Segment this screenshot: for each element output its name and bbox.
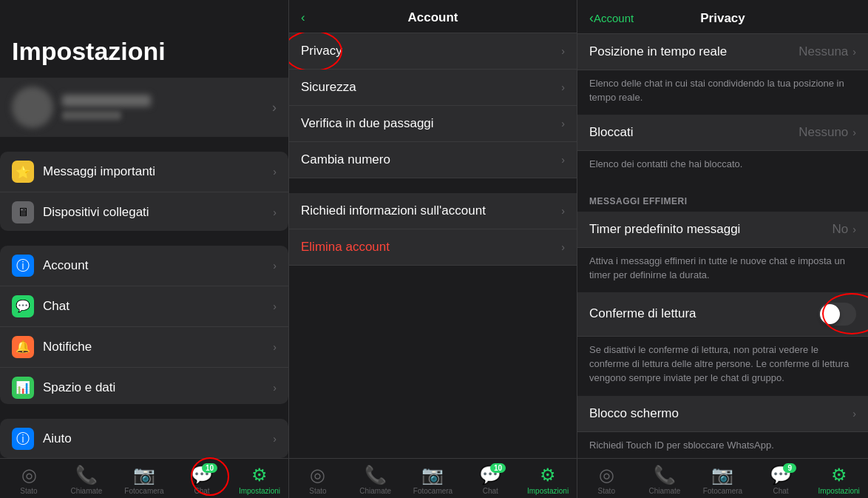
menu-item-aiuto[interactable]: ⓘ Aiuto › bbox=[0, 419, 288, 458]
nav3-impostazioni-label: Impostazioni bbox=[818, 487, 860, 495]
nav-stato[interactable]: ◎ Stato bbox=[0, 465, 58, 495]
nav-chat-label: Chat bbox=[194, 487, 209, 495]
nav2-chat-label: Chat bbox=[483, 487, 498, 495]
p2-label-elimina: Elimina account bbox=[301, 240, 561, 255]
menu-item-spazio[interactable]: 📊 Spazio e dati › bbox=[0, 368, 288, 404]
profile-name bbox=[62, 95, 151, 107]
chevron-icon: › bbox=[273, 260, 277, 272]
chevron-icon: › bbox=[273, 341, 277, 353]
stato3-icon: ◎ bbox=[599, 465, 614, 485]
p3-blocco-desc-text: Richiedi Touch ID per sbloccare WhatsApp… bbox=[589, 440, 774, 451]
profile-row[interactable]: › bbox=[0, 78, 288, 137]
p2-item-verifica[interactable]: Verifica in due passaggi › bbox=[289, 106, 577, 142]
p3-blocco-chevron: › bbox=[852, 408, 856, 420]
chat-icon: 💬 bbox=[12, 295, 34, 317]
panel3-back-button[interactable]: ‹ Account bbox=[589, 10, 634, 26]
nav3-fotocamera-label: Fotocamera bbox=[703, 487, 742, 495]
chevron-icon: › bbox=[273, 382, 277, 394]
chat-badge: 10 bbox=[202, 463, 217, 473]
p2-item-privacy[interactable]: Privacy › bbox=[289, 33, 577, 70]
profile-info bbox=[62, 95, 272, 120]
nav2-fotocamera[interactable]: 📷 Fotocamera bbox=[404, 465, 462, 495]
nav-fotocamera[interactable]: 📷 Fotocamera bbox=[115, 465, 173, 495]
p3-row-timer[interactable]: Timer predefinito messaggi No › bbox=[577, 212, 868, 248]
nav3-impostazioni[interactable]: ⚙ Impostazioni bbox=[810, 465, 868, 495]
panel3-header: ‹ Account Privacy bbox=[577, 0, 868, 33]
p3-conferme-desc: Se disattivi le conferme di lettura, non… bbox=[577, 337, 868, 396]
nav2-chiamate[interactable]: 📞 Chiamate bbox=[347, 465, 404, 495]
p3-conferme-desc-text: Se disattivi le conferme di lettura, non… bbox=[589, 344, 849, 383]
nav3-chiamate[interactable]: 📞 Chiamate bbox=[636, 465, 694, 495]
profile-chevron-icon: › bbox=[272, 100, 277, 115]
nav3-chiamate-label: Chiamate bbox=[648, 487, 680, 495]
p2-chevron-icon: › bbox=[561, 241, 565, 253]
p2-chevron-icon: › bbox=[561, 118, 565, 129]
menu-item-account[interactable]: ⓘ Account › bbox=[0, 246, 288, 286]
p3-bloccati-desc: Elenco dei contatti che hai bloccato. bbox=[577, 151, 868, 181]
nav-impostazioni[interactable]: ⚙ Impostazioni bbox=[231, 465, 288, 495]
toggle-knob bbox=[820, 304, 840, 324]
p3-row-blocco[interactable]: Blocco schermo › bbox=[577, 396, 868, 432]
stato-icon: ◎ bbox=[21, 465, 37, 485]
spazio-icon: 📊 bbox=[12, 377, 34, 399]
p3-blocco-label: Blocco schermo bbox=[589, 406, 852, 421]
p3-timer-desc-text: Attiva i messaggi effimeri in tutte le n… bbox=[589, 255, 845, 280]
nav3-stato[interactable]: ◎ Stato bbox=[577, 465, 636, 495]
panel3-back-label: Account bbox=[594, 12, 634, 24]
menu-label-dispositivi: Dispositivi collegati bbox=[43, 205, 273, 220]
nav2-impostazioni-label: Impostazioni bbox=[527, 487, 569, 495]
fotocamera3-icon: 📷 bbox=[711, 465, 733, 485]
nav-stato-label: Stato bbox=[20, 487, 37, 495]
panel2-header: ‹ Account bbox=[289, 0, 577, 33]
panel-impostazioni: Impostazioni › ⭐ Messaggi importanti › 🖥… bbox=[0, 0, 288, 498]
nav3-fotocamera[interactable]: 📷 Fotocamera bbox=[694, 465, 752, 495]
p3-posizione-desc: Elenco delle chat in cui stai condividen… bbox=[577, 70, 868, 115]
nav2-stato[interactable]: ◎ Stato bbox=[289, 465, 347, 495]
nav2-impostazioni[interactable]: ⚙ Impostazioni bbox=[519, 465, 577, 495]
nav-chat[interactable]: 10 💬 Chat bbox=[173, 465, 231, 495]
nav3-chat[interactable]: 9 💬 Chat bbox=[752, 465, 810, 495]
menu-label-aiuto: Aiuto bbox=[43, 431, 273, 446]
nav3-stato-label: Stato bbox=[598, 487, 615, 495]
p2-label-richiedi: Richiedi informazioni sull'account bbox=[301, 203, 561, 218]
chevron-icon: › bbox=[273, 206, 277, 218]
p2-item-richiedi[interactable]: Richiedi informazioni sull'account › bbox=[289, 193, 577, 229]
p2-item-numero[interactable]: Cambia numero › bbox=[289, 142, 577, 178]
profile-status bbox=[62, 111, 121, 120]
panel3-bottom-nav: ◎ Stato 📞 Chiamate 📷 Fotocamera 9 💬 Chat… bbox=[577, 458, 868, 498]
account-icon: ⓘ bbox=[12, 255, 34, 277]
p3-bloccati-label: Bloccati bbox=[589, 125, 799, 140]
p2-item-sicurezza[interactable]: Sicurezza › bbox=[289, 70, 577, 106]
p2-chevron-icon: › bbox=[561, 45, 565, 57]
p3-posizione-chevron: › bbox=[852, 46, 856, 58]
p3-row-posizione[interactable]: Posizione in tempo reale Nessuna › bbox=[577, 33, 868, 70]
chat3-badge: 9 bbox=[783, 463, 796, 473]
menu-label-chat: Chat bbox=[43, 299, 273, 314]
p3-effimeri-section: MESSAGGI EFFIMERI bbox=[577, 182, 868, 212]
menu-item-dispositivi[interactable]: 🖥 Dispositivi collegati › bbox=[0, 192, 288, 231]
p2-item-elimina[interactable]: Elimina account › bbox=[289, 229, 577, 266]
p2-chevron-icon: › bbox=[561, 205, 565, 217]
panel3-title: Privacy bbox=[700, 11, 745, 26]
nav2-chiamate-label: Chiamate bbox=[359, 487, 391, 495]
impostazioni2-icon: ⚙ bbox=[540, 465, 556, 485]
p3-row-bloccati[interactable]: Bloccati Nessuno › bbox=[577, 115, 868, 151]
nav2-chat[interactable]: 10 💬 Chat bbox=[461, 465, 519, 495]
menu-item-chat[interactable]: 💬 Chat › bbox=[0, 286, 288, 327]
menu-section-2: ⓘ Account › 💬 Chat › 🔔 Notifiche › 📊 Spa… bbox=[0, 246, 288, 404]
nav-chiamate-label: Chiamate bbox=[71, 487, 103, 495]
panel-account: ‹ Account Privacy › Sicurezza › Verifica… bbox=[288, 0, 577, 498]
conferme-toggle[interactable] bbox=[818, 303, 856, 326]
menu-item-notifiche[interactable]: 🔔 Notifiche › bbox=[0, 327, 288, 368]
nav2-stato-label: Stato bbox=[309, 487, 326, 495]
impostazioni3-icon: ⚙ bbox=[831, 465, 847, 485]
panel1-title: Impostazioni bbox=[12, 37, 166, 65]
nav-chiamate[interactable]: 📞 Chiamate bbox=[58, 465, 115, 495]
stato2-icon: ◎ bbox=[310, 465, 325, 485]
p2-chevron-icon: › bbox=[561, 154, 565, 166]
p2-label-numero: Cambia numero bbox=[301, 152, 561, 167]
panel2-back-button[interactable]: ‹ bbox=[301, 10, 305, 25]
menu-item-messaggi[interactable]: ⭐ Messaggi importanti › bbox=[0, 152, 288, 192]
p2-label-privacy: Privacy bbox=[301, 44, 561, 58]
p3-posizione-label: Posizione in tempo reale bbox=[589, 44, 799, 59]
